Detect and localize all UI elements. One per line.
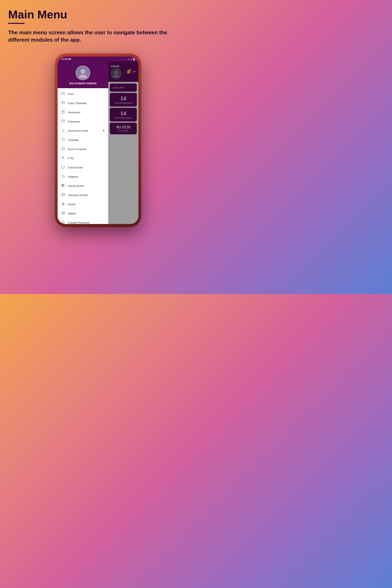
svg-point-20: [63, 140, 63, 140]
drawer-avatar: [76, 66, 90, 80]
online-exam-icon: [61, 165, 65, 170]
library-books-label: Library Books: [68, 184, 105, 188]
exam-schedule-label: Exam Schedule: [68, 148, 105, 151]
phone-container: 11:18 AM ▪▪▪ ▼ ▓ SWA: [8, 54, 188, 227]
transport-routes-label: Transport Routes: [68, 194, 105, 196]
svg-point-22: [62, 156, 63, 158]
menu-item-change-password[interactable]: Change Password: [58, 218, 108, 224]
svg-rect-4: [62, 92, 65, 95]
timetable-label: Class Timetable: [68, 102, 105, 105]
drawer-menu: Fees Class Timetable: [58, 88, 108, 224]
complain-icon: [61, 138, 65, 142]
wifi-icon: ▼: [130, 58, 132, 60]
subjects-icon: [61, 174, 65, 179]
menu-item-complain[interactable]: Complain: [58, 135, 108, 144]
svg-point-2: [80, 69, 85, 74]
svg-rect-29: [62, 184, 62, 186]
svg-rect-25: [62, 166, 65, 168]
page-description: The main menu screen allows the user to …: [8, 29, 184, 44]
menu-item-hostel[interactable]: Hostel: [58, 200, 108, 209]
title-underline: [8, 23, 24, 24]
menu-item-download-center[interactable]: Download Center ▼: [58, 126, 108, 135]
hostel-label: Hostel: [68, 203, 105, 206]
phone-wrapper: 11:18 AM ▪▪▪ ▼ ▓ SWA: [55, 54, 141, 227]
fees-label: Fees: [68, 92, 105, 96]
phone-screen: 11:18 AM ▪▪▪ ▼ ▓ SWA: [58, 56, 138, 224]
phone-outer: 11:18 AM ▪▪▪ ▼ ▓ SWA: [55, 54, 141, 227]
svg-rect-10: [62, 103, 63, 104]
svg-point-39: [63, 223, 63, 223]
homework-icon: [61, 110, 65, 114]
download-center-arrow-icon: ▼: [102, 129, 105, 132]
change-password-label: Change Password: [68, 221, 105, 224]
drawer-header: RAJ KUMAR ASWANI: [58, 62, 108, 88]
gallery-label: Gallery: [68, 212, 105, 215]
status-time: 11:18 AM: [61, 58, 71, 60]
hostel-icon: [61, 202, 65, 206]
download-icon: [61, 128, 65, 133]
complain-label: Complain: [68, 138, 105, 142]
menu-item-transport-routes[interactable]: Transport Routes: [58, 190, 108, 200]
subjects-label: Subjects: [68, 175, 105, 178]
password-icon: [61, 220, 65, 224]
menu-item-homework[interactable]: Homework: [58, 108, 108, 117]
signal-icon: ▪▪▪: [128, 58, 130, 60]
navigation-drawer: RAJ KUMAR ASWANI Fees: [58, 62, 108, 224]
svg-rect-34: [62, 204, 64, 205]
drawer-user-name: RAJ KUMAR ASWANI: [69, 82, 96, 85]
status-bar: 11:18 AM ▪▪▪ ▼ ▓: [58, 56, 138, 62]
svg-point-3: [79, 75, 87, 78]
ptm-icon: [61, 156, 65, 160]
transport-icon: [61, 193, 65, 197]
svg-rect-15: [62, 120, 65, 122]
svg-rect-35: [63, 204, 64, 206]
svg-rect-30: [63, 184, 63, 186]
gallery-icon: [61, 211, 65, 216]
svg-rect-6: [62, 102, 64, 104]
battery-icon: ▓: [133, 58, 135, 60]
drawer-overlay[interactable]: [108, 62, 138, 224]
exam-icon: [61, 147, 65, 151]
library-icon: [61, 184, 65, 188]
menu-item-fees[interactable]: Fees: [58, 90, 108, 98]
page-wrapper: Main Menu The main menu screen allows th…: [0, 0, 196, 239]
online-exam-label: Online Exam: [68, 166, 105, 169]
page-title: Main Menu: [8, 8, 188, 21]
svg-rect-36: [62, 212, 64, 214]
menu-item-gallery[interactable]: Gallery: [58, 209, 108, 218]
menu-item-subjects[interactable]: Subjects: [58, 172, 108, 181]
menu-item-class-timetable[interactable]: Class Timetable: [58, 98, 108, 108]
classwork-label: Classwork: [68, 120, 105, 123]
screen-content: SWANI: [58, 62, 138, 224]
status-icons: ▪▪▪ ▼ ▓: [128, 58, 135, 60]
download-center-label: Download Center: [68, 129, 100, 132]
svg-point-37: [62, 212, 63, 213]
menu-item-ptm[interactable]: PTM: [58, 154, 108, 163]
menu-item-library-books[interactable]: Library Books: [58, 181, 108, 190]
fees-icon: [61, 92, 65, 96]
homework-label: Homework: [68, 111, 105, 114]
svg-rect-11: [62, 110, 64, 114]
classwork-icon: [61, 119, 65, 124]
ptm-label: PTM: [68, 157, 105, 160]
drawer-avatar-icon: [78, 68, 88, 78]
menu-item-classwork[interactable]: Classwork: [58, 117, 108, 126]
menu-item-exam-schedule[interactable]: Exam Schedule: [58, 144, 108, 154]
menu-item-online-exam[interactable]: Online Exam: [58, 163, 108, 172]
timetable-icon: [61, 101, 65, 105]
